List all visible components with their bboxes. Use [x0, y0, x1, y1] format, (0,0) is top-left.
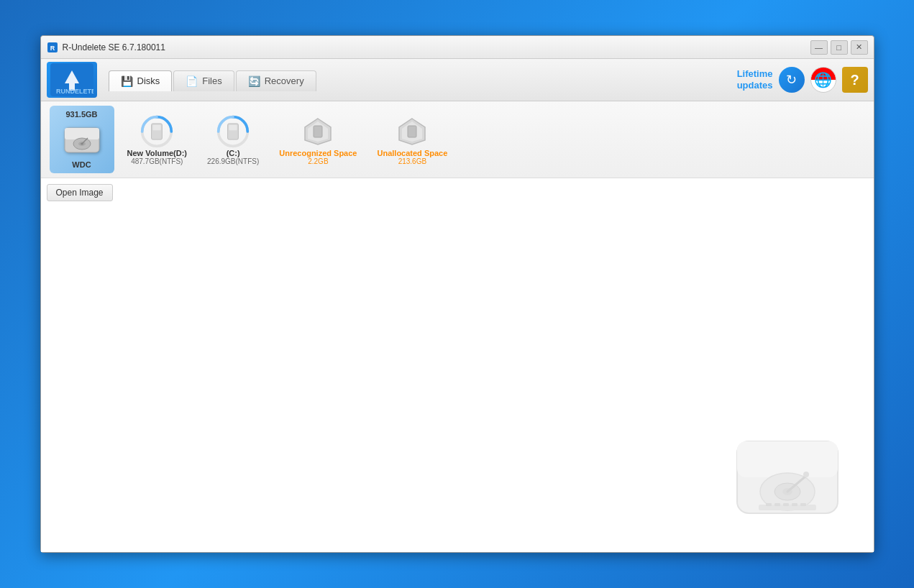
close-button[interactable]: ✕: [851, 40, 868, 55]
lifetime-label: Lifetimeupdates: [737, 68, 773, 91]
svg-rect-19: [314, 126, 322, 137]
files-tab-label: Files: [202, 75, 221, 86]
drive-wdc-name: WDC: [72, 160, 91, 169]
toolbar-right: Lifetimeupdates ↻ 🌐 ?: [737, 67, 868, 93]
language-button[interactable]: 🌐: [810, 67, 836, 93]
svg-rect-33: [783, 503, 789, 506]
tabs-area: 💾 Disks 📄 Files 🔄 Recovery: [109, 70, 734, 91]
unallocated-icon: [395, 114, 429, 149]
content-area: 931.5GB WDC: [41, 101, 874, 552]
disks-tab-label: Disks: [137, 75, 160, 86]
svg-rect-24: [737, 441, 838, 477]
svg-rect-32: [774, 503, 780, 506]
unallocated-size: 213.6GB: [398, 157, 426, 165]
drive-wdc[interactable]: 931.5GB WDC: [50, 106, 114, 173]
logo: RUNDELETE: [47, 62, 97, 98]
toolbar: RUNDELETE 💾 Disks 📄 Files 🔄 Recovery Lif…: [41, 59, 874, 101]
svg-text:RUNDELETE: RUNDELETE: [56, 88, 93, 95]
update-icon-button[interactable]: ↻: [779, 67, 805, 93]
main-content: Open Image: [41, 178, 874, 552]
partition-c-size: 226.9GB(NTFS): [207, 157, 259, 165]
svg-text:R: R: [50, 45, 55, 52]
disks-tab-icon: 💾: [121, 75, 133, 87]
svg-rect-22: [408, 126, 416, 137]
svg-rect-34: [792, 503, 798, 506]
svg-rect-31: [766, 503, 772, 506]
update-icon: ↻: [786, 72, 797, 88]
tab-recovery[interactable]: 🔄 Recovery: [236, 70, 316, 91]
title-bar-left: R R-Undelete SE 6.7.180011: [47, 42, 165, 53]
unrecognized-label: Unrecognized Space: [279, 149, 357, 157]
window-title: R-Undelete SE 6.7.180011: [63, 42, 165, 52]
minimize-button[interactable]: —: [810, 40, 828, 55]
help-icon: ?: [850, 72, 859, 88]
app-icon: R: [47, 42, 58, 53]
partition-c[interactable]: (C:) 226.9GB(NTFS): [200, 110, 266, 170]
tab-disks[interactable]: 💾 Disks: [109, 70, 173, 91]
partition-c-icon: [216, 114, 250, 149]
recovery-tab-label: Recovery: [265, 75, 304, 86]
partition-new-volume-d[interactable]: New Volume(D:) 487.7GB(NTFS): [120, 110, 195, 170]
partition-unallocated[interactable]: Unallocated Space 213.6GB: [370, 110, 454, 170]
unrecognized-size: 2.2GB: [308, 157, 328, 165]
drives-bar: 931.5GB WDC: [41, 101, 874, 178]
lifetime-updates-button[interactable]: Lifetimeupdates: [737, 68, 773, 91]
title-bar: R R-Undelete SE 6.7.180011 — □ ✕: [41, 36, 874, 59]
partition-d-size: 487.7GB(NTFS): [131, 157, 183, 165]
tab-files[interactable]: 📄 Files: [173, 70, 234, 91]
window-controls: — □ ✕: [810, 40, 868, 55]
unallocated-label: Unallocated Space: [377, 149, 447, 157]
svg-point-29: [803, 472, 809, 477]
unrecognized-icon: [301, 114, 335, 149]
partition-unrecognized[interactable]: Unrecognized Space 2.2GB: [272, 110, 364, 170]
logo-box: RUNDELETE: [47, 62, 97, 98]
svg-rect-13: [153, 124, 161, 129]
drive-wdc-icon: [62, 120, 102, 160]
svg-rect-16: [229, 124, 237, 129]
help-button[interactable]: ?: [842, 67, 868, 93]
open-image-button[interactable]: Open Image: [47, 184, 113, 201]
maximize-button[interactable]: □: [831, 40, 848, 55]
files-tab-icon: 📄: [186, 75, 198, 87]
drive-wdc-size: 931.5GB: [65, 110, 97, 119]
recovery-tab-icon: 🔄: [248, 75, 260, 87]
watermark-icon: [723, 420, 852, 538]
main-window: R R-Undelete SE 6.7.180011 — □ ✕ RUNDELE…: [40, 35, 874, 553]
partition-d-icon: [140, 114, 174, 149]
partition-d-label: New Volume(D:): [127, 149, 188, 157]
flag-icon: 🌐: [814, 71, 832, 88]
svg-rect-35: [800, 503, 806, 506]
partition-c-label: (C:): [227, 149, 240, 157]
